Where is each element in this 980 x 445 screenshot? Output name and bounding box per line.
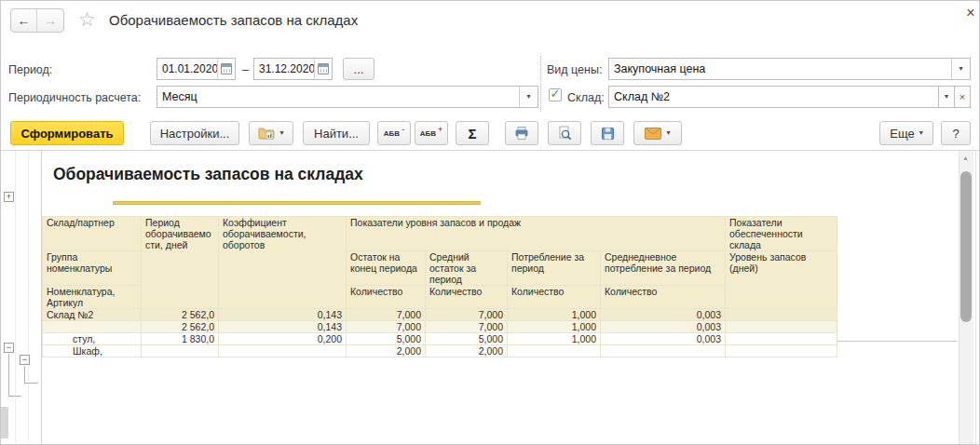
row-value-cell[interactable]: 0,143: [219, 309, 347, 321]
row-name-cell[interactable]: [43, 321, 142, 333]
row-value-cell[interactable]: 2 562,0: [142, 309, 219, 321]
header-consumption[interactable]: Потребление за период: [508, 251, 601, 286]
row-value-cell[interactable]: 2 562,0: [142, 321, 219, 333]
warehouse-dropdown-button[interactable]: ▾: [938, 86, 955, 108]
table-row[interactable]: Шкаф,2,0002,000: [43, 345, 837, 357]
row-value-cell[interactable]: 1,000: [508, 309, 601, 321]
autosum-button[interactable]: Σ: [456, 121, 489, 145]
close-button[interactable]: ×: [962, 5, 979, 21]
row-value-cell[interactable]: 0,003: [601, 309, 726, 321]
print-button[interactable]: [505, 121, 538, 145]
row-value-cell[interactable]: [142, 345, 219, 357]
find-button[interactable]: Найти...: [303, 121, 370, 145]
row-name-cell[interactable]: Склад №2: [43, 309, 142, 321]
row-value-cell[interactable]: 0,003: [601, 321, 726, 333]
favorite-star-icon[interactable]: ☆: [78, 7, 96, 32]
report-title[interactable]: Оборачиваемость запасов на складах: [53, 165, 363, 184]
more-actions-button[interactable]: Еще ▾: [879, 121, 933, 145]
row-value-cell[interactable]: [726, 321, 837, 333]
period-from-calendar-button[interactable]: [217, 59, 235, 79]
periodicity-dropdown-button[interactable]: ▾: [519, 87, 538, 107]
price-type-value[interactable]: Закупочная цена: [609, 59, 951, 79]
header-avg-daily-consumption[interactable]: Среднедневное потребление за период: [601, 251, 726, 286]
plus-icon: +: [7, 192, 11, 201]
help-button[interactable]: ?: [941, 121, 971, 145]
tree-line: [24, 383, 38, 384]
back-arrow-icon: ←: [18, 13, 31, 28]
table-row[interactable]: Склад №22 562,00,1437,0007,0001,0000,003: [43, 309, 837, 321]
row-value-cell[interactable]: 0,003: [601, 333, 726, 345]
title-group-expand-box[interactable]: +: [4, 192, 14, 202]
row-value-cell[interactable]: [726, 333, 837, 345]
font-decrease-button[interactable]: АБВ -: [377, 121, 411, 145]
table-row[interactable]: стул,1 830,00,2005,0005,0001,0000,003: [43, 333, 837, 345]
nomenclature-group-collapse-box[interactable]: −: [20, 355, 30, 365]
row-value-cell[interactable]: 5,000: [426, 333, 508, 345]
scroll-up-arrow-icon[interactable]: ▲: [962, 155, 969, 161]
font-increase-button[interactable]: АБВ +: [415, 121, 448, 145]
vertical-scrollbar-thumb[interactable]: [960, 171, 972, 322]
period-more-button[interactable]: ...: [343, 58, 374, 80]
header-warehouse-partner[interactable]: Склад/партнер: [43, 217, 142, 251]
warehouse-value[interactable]: Склад №2: [609, 87, 938, 107]
row-value-cell[interactable]: [508, 345, 601, 357]
row-value-cell[interactable]: 1 830,0: [142, 333, 219, 345]
period-from-value[interactable]: 01.01.2020: [157, 59, 217, 79]
row-value-cell[interactable]: 0,143: [219, 321, 347, 333]
periodicity-field[interactable]: Месяц ▾: [157, 86, 538, 108]
header-supply-group[interactable]: Показатели обеспеченности склада: [726, 217, 837, 251]
row-value-cell[interactable]: 7,000: [426, 321, 508, 333]
header-quantity[interactable]: Количество: [508, 286, 601, 309]
row-value-cell[interactable]: [601, 345, 726, 357]
left-scroll-indicator[interactable]: [1, 407, 8, 438]
row-value-cell[interactable]: 7,000: [426, 309, 508, 321]
minus-icon: −: [7, 343, 11, 352]
generate-button[interactable]: Сформировать: [10, 121, 124, 145]
warehouse-checkbox[interactable]: ✓: [549, 88, 562, 101]
row-value-cell[interactable]: 7,000: [347, 321, 426, 333]
warehouse-field[interactable]: Склад №2: [608, 86, 939, 108]
row-name-cell[interactable]: Шкаф,: [43, 345, 142, 357]
price-type-dropdown-button[interactable]: ▾: [951, 59, 970, 79]
row-value-cell[interactable]: [219, 345, 347, 357]
header-turnover-ratio[interactable]: Коэффициент оборачиваемости, оборотов: [219, 217, 347, 309]
header-turnover-period[interactable]: Период оборачиваемости, дней: [142, 217, 219, 309]
period-to-calendar-button[interactable]: [314, 59, 332, 79]
row-value-cell[interactable]: [726, 309, 837, 321]
row-value-cell[interactable]: 1,000: [508, 333, 601, 345]
header-stock-level-days[interactable]: Уровень запасов (дней): [726, 251, 837, 309]
header-nomenclature-article[interactable]: Номенклатура, Артикул: [43, 286, 142, 309]
row-value-cell[interactable]: 2,000: [426, 345, 508, 357]
row-value-cell[interactable]: [726, 345, 837, 357]
row-value-cell[interactable]: 1,000: [508, 321, 601, 333]
header-quantity[interactable]: Количество: [601, 286, 726, 309]
settings-button[interactable]: Настройки...: [150, 121, 239, 145]
header-end-balance[interactable]: Остаток на конец периода: [347, 251, 426, 286]
warehouse-clear-button[interactable]: ×: [954, 86, 971, 108]
row-value-cell[interactable]: 0,200: [219, 333, 347, 345]
header-average-balance[interactable]: Средний остаток за период: [426, 251, 508, 286]
row-name-cell[interactable]: стул,: [43, 333, 142, 345]
print-preview-button[interactable]: [548, 121, 581, 145]
save-button[interactable]: [591, 121, 624, 145]
minus-sign-icon: -: [402, 125, 404, 134]
back-button[interactable]: ←: [11, 9, 37, 32]
send-email-button[interactable]: ▾: [633, 121, 682, 145]
header-stock-sales-group[interactable]: Показатели уровня запасов и продаж: [347, 217, 726, 251]
report-variant-button[interactable]: ▾: [249, 121, 293, 145]
period-from-field[interactable]: 01.01.2020: [157, 58, 236, 80]
price-type-field[interactable]: Закупочная цена ▾: [608, 58, 971, 80]
period-to-value[interactable]: 31.12.2020: [254, 59, 314, 79]
row-value-cell[interactable]: 7,000: [347, 309, 426, 321]
warehouse-group-collapse-box[interactable]: −: [4, 343, 14, 353]
header-quantity[interactable]: Количество: [347, 286, 426, 309]
row-value-cell[interactable]: 5,000: [347, 333, 426, 345]
row-value-cell[interactable]: 2,000: [347, 345, 426, 357]
header-nomenclature-group[interactable]: Группа номенклатуры: [43, 251, 142, 286]
period-to-field[interactable]: 31.12.2020: [253, 58, 333, 80]
header-quantity[interactable]: Количество: [426, 286, 508, 309]
table-row[interactable]: 2 562,00,1437,0007,0001,0000,003: [43, 321, 837, 333]
forward-button[interactable]: →: [37, 9, 63, 32]
periodicity-value[interactable]: Месяц: [157, 87, 519, 107]
checkmark-icon: ✓: [551, 88, 561, 100]
